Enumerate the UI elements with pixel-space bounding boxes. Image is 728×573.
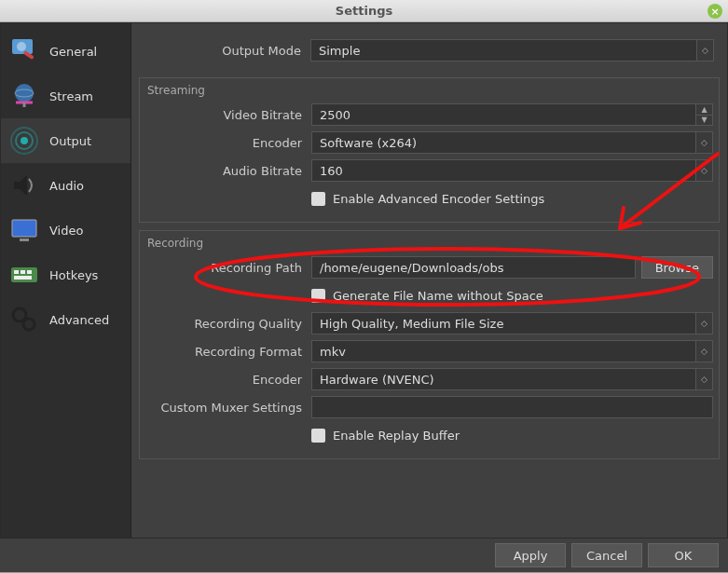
recording-quality-label: Recording Quality — [145, 317, 311, 331]
sidebar-item-hotkeys[interactable]: Hotkeys — [1, 252, 130, 297]
sidebar-item-general[interactable]: General — [1, 29, 130, 74]
sidebar-item-label: Hotkeys — [49, 268, 98, 282]
keyboard-icon — [8, 259, 40, 291]
svg-point-16 — [23, 319, 34, 330]
svg-rect-9 — [20, 239, 29, 241]
chevron-updown-icon: ◇ — [695, 132, 712, 153]
recording-path-input[interactable]: /home/eugene/Downloads/obs — [311, 256, 636, 279]
recording-panel: Recording Recording Path /home/eugene/Do… — [139, 230, 720, 459]
sidebar-item-advanced[interactable]: Advanced — [1, 297, 130, 342]
gears-icon — [8, 304, 40, 335]
audio-bitrate-select[interactable]: 160 ◇ — [311, 159, 713, 182]
sidebar-item-label: Video — [49, 224, 83, 238]
svg-rect-10 — [11, 267, 37, 282]
gen-filename-checkbox[interactable] — [311, 289, 325, 303]
gen-filename-label: Generate File Name without Space — [333, 289, 543, 303]
sidebar-item-audio[interactable]: Audio — [1, 163, 130, 208]
svg-rect-11 — [14, 270, 19, 274]
sidebar-item-label: Stream — [49, 89, 93, 103]
sidebar-item-label: Audio — [49, 179, 84, 193]
sidebar-item-label: Output — [49, 134, 91, 148]
chevron-updown-icon: ◇ — [695, 369, 712, 389]
section-title: Streaming — [147, 84, 713, 97]
cancel-button[interactable]: Cancel — [571, 543, 642, 567]
recording-encoder-select[interactable]: Hardware (NVENC) ◇ — [311, 368, 713, 390]
sidebar-item-video[interactable]: Video — [1, 208, 130, 252]
audio-bitrate-label: Audio Bitrate — [145, 164, 311, 178]
recording-encoder-label: Encoder — [145, 373, 311, 387]
output-mode-select[interactable]: Simple ◇ — [310, 39, 714, 61]
sidebar-item-stream[interactable]: Stream — [1, 74, 130, 118]
streaming-panel: Streaming Video Bitrate 2500 ▲▼ Encoder — [139, 77, 720, 223]
video-bitrate-label: Video Bitrate — [145, 108, 311, 122]
replay-buffer-checkbox[interactable] — [311, 429, 325, 443]
spinner-icon[interactable]: ▲▼ — [695, 104, 712, 125]
svg-rect-12 — [21, 270, 25, 274]
output-mode-label: Output Mode — [144, 44, 310, 58]
svg-point-1 — [17, 42, 26, 51]
wrench-icon — [8, 35, 40, 67]
svg-rect-8 — [12, 220, 36, 237]
sidebar-item-label: Advanced — [49, 313, 109, 327]
chevron-updown-icon: ◇ — [696, 40, 713, 61]
ok-button[interactable]: OK — [648, 543, 719, 567]
recording-format-label: Recording Format — [145, 345, 311, 359]
close-icon[interactable]: × — [707, 4, 722, 19]
sidebar-item-output[interactable]: Output — [1, 118, 130, 163]
window-title: Settings — [336, 4, 392, 18]
browse-button[interactable]: Browse — [641, 256, 713, 279]
speaker-icon — [8, 170, 40, 201]
muxer-label: Custom Muxer Settings — [145, 401, 311, 415]
replay-buffer-label: Enable Replay Buffer — [333, 429, 460, 443]
recording-path-label: Recording Path — [145, 261, 311, 275]
sidebar: General Stream — [1, 23, 131, 538]
monitor-icon — [8, 214, 40, 246]
svg-point-5 — [21, 137, 28, 144]
recording-quality-select[interactable]: High Quality, Medium File Size ◇ — [311, 312, 713, 334]
chevron-updown-icon: ◇ — [695, 160, 712, 181]
encoder-select[interactable]: Software (x264) ◇ — [311, 131, 713, 154]
enable-advanced-checkbox[interactable] — [311, 192, 325, 206]
video-bitrate-input[interactable]: 2500 ▲▼ — [311, 103, 713, 126]
svg-rect-13 — [27, 270, 32, 274]
broadcast-icon — [8, 125, 40, 157]
globe-icon — [8, 80, 40, 112]
titlebar: Settings × — [0, 0, 728, 22]
svg-rect-14 — [14, 276, 32, 280]
enable-advanced-label: Enable Advanced Encoder Settings — [333, 192, 544, 206]
output-mode-panel: Output Mode Simple ◇ — [139, 31, 720, 70]
encoder-label: Encoder — [145, 136, 311, 150]
chevron-updown-icon: ◇ — [695, 341, 712, 362]
footer: Apply Cancel OK — [0, 539, 728, 572]
chevron-updown-icon: ◇ — [695, 313, 712, 334]
content-panel: Output Mode Simple ◇ Streaming Video Bit… — [131, 23, 727, 538]
apply-button[interactable]: Apply — [495, 543, 566, 567]
muxer-input[interactable] — [311, 396, 713, 418]
recording-format-select[interactable]: mkv ◇ — [311, 340, 713, 362]
svg-point-3 — [15, 84, 34, 102]
sidebar-item-label: General — [49, 45, 97, 59]
section-title: Recording — [147, 237, 713, 250]
